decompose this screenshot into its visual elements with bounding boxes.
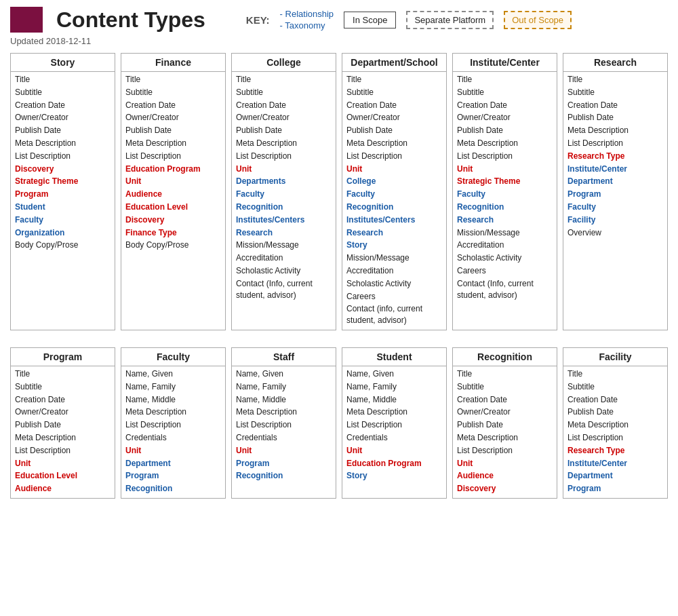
key-legend: - Relationship - Taxonomy xyxy=(280,9,334,31)
card-header-1: Faculty xyxy=(121,348,225,366)
card-body-3: TitleSubtitleCreation DateOwner/CreatorP… xyxy=(342,72,446,330)
card-item: Faculty xyxy=(236,188,332,201)
content-type-card-student: StudentName, GivenName, FamilyName, Midd… xyxy=(342,347,447,499)
content-type-card-finance: FinanceTitleSubtitleCreation DateOwner/C… xyxy=(121,53,226,330)
card-item: List Description xyxy=(567,431,663,444)
card-item: Publish Date xyxy=(567,406,663,419)
card-item: Accreditation xyxy=(346,265,442,277)
card-item: Program xyxy=(125,469,221,482)
card-item: Institute/Center xyxy=(567,457,663,470)
card-item: List Description xyxy=(236,150,332,163)
card-item: Title xyxy=(457,73,553,86)
content-type-card-college: CollegeTitleSubtitleCreation DateOwner/C… xyxy=(231,53,336,330)
card-item: Title xyxy=(15,368,111,381)
card-item: Name, Given xyxy=(346,368,442,381)
card-item: Creation Date xyxy=(567,99,663,112)
card-item: Publish Date xyxy=(457,419,553,431)
card-item: Subtitle xyxy=(457,381,553,393)
card-item: List Description xyxy=(346,419,442,431)
card-body-5: TitleSubtitleCreation DatePublish DateMe… xyxy=(563,366,667,498)
card-item: Institute/Center xyxy=(567,163,663,176)
logo-box xyxy=(10,7,43,33)
card-item: Faculty xyxy=(457,188,553,201)
card-item: Contact (info, current student, advisor) xyxy=(346,303,442,327)
card-item: Audience xyxy=(457,469,553,482)
card-item: Meta Description xyxy=(567,419,663,431)
card-item: Research Type xyxy=(567,150,663,163)
card-item: Unit xyxy=(346,163,442,176)
card-item: Accreditation xyxy=(236,252,332,265)
card-item: Overview xyxy=(567,227,663,239)
card-item: List Description xyxy=(15,150,111,163)
card-item: Meta Description xyxy=(346,137,442,150)
card-item: Faculty xyxy=(567,201,663,214)
card-item: Mission/Message xyxy=(346,252,442,265)
card-item: Unit xyxy=(15,457,111,470)
card-item: Name, Given xyxy=(236,368,332,381)
card-item: List Description xyxy=(125,150,221,163)
page-header: Content Types KEY: - Relationship - Taxo… xyxy=(10,7,668,33)
card-item: Unit xyxy=(457,163,553,176)
card-body-1: TitleSubtitleCreation DateOwner/CreatorP… xyxy=(121,72,225,254)
card-item: Owner/Creator xyxy=(457,406,553,419)
key-area: KEY: - Relationship - Taxonomy In Scope … xyxy=(246,9,572,31)
card-item: Body Copy/Prose xyxy=(15,239,111,252)
card-item: Creation Date xyxy=(236,99,332,112)
card-item: Unit xyxy=(346,444,442,457)
card-item: Mission/Message xyxy=(457,227,553,239)
card-item: Title xyxy=(15,73,111,86)
content-type-card-department-school: Department/SchoolTitleSubtitleCreation D… xyxy=(342,53,447,330)
card-item: Story xyxy=(346,469,442,482)
card-item: Owner/Creator xyxy=(346,111,442,124)
card-item: Body Copy/Prose xyxy=(125,239,221,252)
card-item: Owner/Creator xyxy=(15,111,111,124)
card-item: Owner/Creator xyxy=(15,406,111,419)
card-body-0: TitleSubtitleCreation DateOwner/CreatorP… xyxy=(11,366,115,498)
card-item: Subtitle xyxy=(15,381,111,393)
card-item: Meta Description xyxy=(125,137,221,150)
card-item: Meta Description xyxy=(236,137,332,150)
card-item: Recognition xyxy=(125,482,221,495)
card-item: Publish Date xyxy=(457,124,553,137)
card-item: Faculty xyxy=(15,214,111,227)
content-type-card-institute-center: Institute/CenterTitleSubtitleCreation Da… xyxy=(452,53,557,330)
card-item: Name, Middle xyxy=(346,393,442,406)
card-body-0: TitleSubtitleCreation DateOwner/CreatorP… xyxy=(11,72,115,254)
card-item: Unit xyxy=(236,444,332,457)
page-title: Content Types xyxy=(56,7,205,33)
card-item: Unit xyxy=(457,457,553,470)
card-item: Scholastic Activity xyxy=(346,277,442,290)
card-item: Title xyxy=(457,368,553,381)
card-item: Meta Description xyxy=(15,137,111,150)
card-item: Organization xyxy=(15,227,111,239)
card-item: Owner/Creator xyxy=(457,111,553,124)
card-header-4: Recognition xyxy=(453,348,557,366)
card-item: Publish Date xyxy=(236,124,332,137)
card-item: Department xyxy=(567,469,663,482)
card-header-3: Student xyxy=(342,348,446,366)
card-item: Owner/Creator xyxy=(125,111,221,124)
card-item: Title xyxy=(125,73,221,86)
card-item: Finance Type xyxy=(125,227,221,239)
card-item: Title xyxy=(567,368,663,381)
card-item: Program xyxy=(567,188,663,201)
card-item: Discovery xyxy=(15,163,111,176)
card-header-0: Program xyxy=(11,348,115,366)
card-item: Owner/Creator xyxy=(236,111,332,124)
card-item: Student xyxy=(15,201,111,214)
card-item: Unit xyxy=(125,444,221,457)
card-item: Creation Date xyxy=(457,393,553,406)
content-type-card-staff: StaffName, GivenName, FamilyName, Middle… xyxy=(231,347,336,499)
card-item: Recognition xyxy=(236,469,332,482)
card-item: Education Level xyxy=(125,201,221,214)
card-body-3: Name, GivenName, FamilyName, MiddleMeta … xyxy=(342,366,446,485)
content-type-row-1: StoryTitleSubtitleCreation DateOwner/Cre… xyxy=(10,53,668,330)
card-item: Contact (Info, current student, advisor) xyxy=(457,277,553,302)
card-item: Program xyxy=(567,482,663,495)
card-item: Institutes/Centers xyxy=(236,214,332,227)
card-item: Research xyxy=(236,227,332,239)
card-item: Faculty xyxy=(346,188,442,201)
content-type-card-story: StoryTitleSubtitleCreation DateOwner/Cre… xyxy=(10,53,115,330)
card-item: College xyxy=(346,175,442,188)
card-item: Unit xyxy=(236,163,332,176)
